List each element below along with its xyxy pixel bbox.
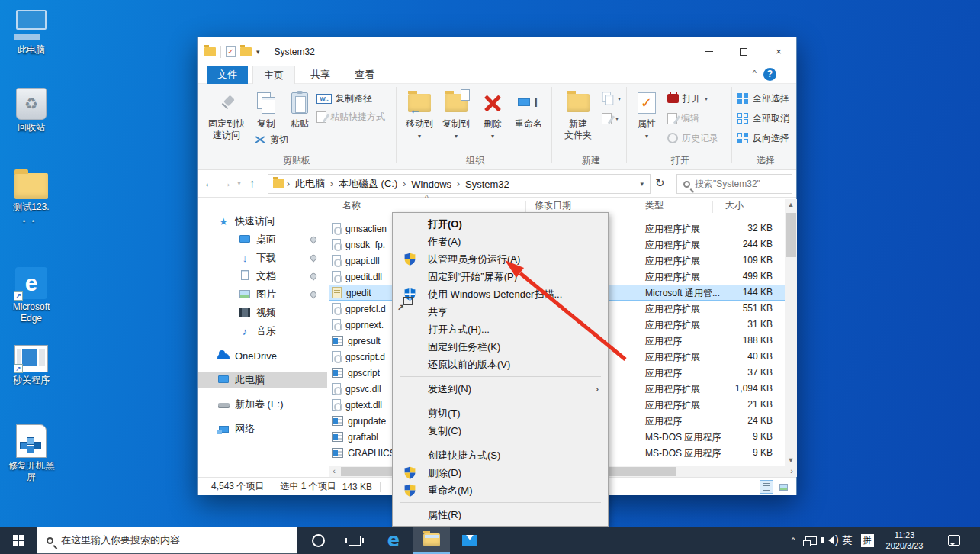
tray-network-button[interactable] [801,527,821,554]
rename-button[interactable]: I 重命名 [509,86,548,152]
taskbar-explorer-button[interactable] [413,527,450,554]
taskbar-edge-button[interactable]: e [375,527,412,554]
menu-item-properties[interactable]: 属性(R) [393,506,608,523]
sidebar-item-downloads[interactable]: ↓下载 [198,250,327,266]
sidebar-item-onedrive[interactable]: OneDrive [198,347,327,364]
sidebar-item-music[interactable]: ♪音乐 [198,323,327,340]
menu-item-rename[interactable]: 重命名(M) [393,482,608,499]
history-button[interactable]: 历史记录 [667,130,718,147]
desktop-icon-test-folder[interactable]: 测试123. 。。 [0,173,63,224]
menu-item-create-shortcut[interactable]: 创建快捷方式(S) [393,446,608,464]
move-to-button[interactable]: ← 移动到▾ [402,86,437,152]
menu-item-share[interactable]: 共享 [393,303,608,320]
tab-home[interactable]: 主页 [252,66,295,84]
invert-selection-button[interactable]: 反向选择 [737,130,789,147]
sidebar-item-pictures[interactable]: 图片 [198,286,327,303]
up-button[interactable]: ↑ [249,176,255,189]
tab-share[interactable]: 共享 [300,66,341,84]
tray-ime-language[interactable]: 英 [837,527,857,554]
menu-item-delete[interactable]: 删除(D) [393,464,608,482]
breadcrumb[interactable]: › 此电脑 › 本地磁盘 (C:) › Windows › System32 ▾ [268,174,651,194]
column-header-type[interactable]: 类型 [645,199,664,212]
task-view-button[interactable] [337,527,372,554]
menu-item-defender-scan[interactable]: 使用 Windows Defender扫描... [393,285,608,303]
breadcrumb-this-pc[interactable]: 此电脑 [292,177,328,191]
tray-clock[interactable]: 11:23 2020/3/23 [877,527,932,554]
breadcrumb-system32[interactable]: System32 [462,179,512,190]
sidebar-item-quick-access[interactable]: ★快速访问 [198,213,327,230]
taskbar-search-input[interactable]: 在这里输入你要搜索的内容 [37,527,297,554]
customize-qat-icon[interactable]: ▾ [256,48,260,56]
taskbar-mail-button[interactable] [451,527,488,554]
address-dropdown-icon[interactable]: ▾ [640,180,650,188]
scroll-right-icon[interactable]: › [786,466,797,477]
column-header-name[interactable]: 名称 [342,199,361,212]
sidebar-item-videos[interactable]: 视频 [198,304,327,321]
title-bar[interactable]: ✓ ▾ System32 × [198,37,796,66]
refresh-icon[interactable]: ↻ [655,176,665,190]
sidebar-item-network[interactable]: 网络 [198,420,327,437]
column-header-size[interactable]: 大小 [725,199,744,212]
maximize-button[interactable] [726,37,761,66]
sidebar-item-documents[interactable]: 文档 [198,268,327,285]
scroll-down-icon[interactable]: ▼ [785,455,797,466]
minimize-button[interactable] [691,37,726,66]
scroll-left-icon[interactable]: ‹ [329,466,339,477]
desktop-icon-app[interactable]: ↗ 秒关程序 [0,345,63,386]
column-header-date[interactable]: 修改日期 [535,199,571,212]
open-button[interactable]: 打开▾ [667,90,708,107]
help-icon[interactable]: ? [763,68,776,81]
sidebar-item-new-volume[interactable]: 新加卷 (E:) [198,396,327,413]
new-folder-quick-icon[interactable] [240,47,252,56]
tray-ime-mode[interactable]: 拼 [857,527,877,554]
start-button[interactable] [0,527,37,554]
delete-button[interactable]: 删除▾ [477,86,509,152]
large-icons-view-button[interactable] [776,480,790,494]
tray-volume-button[interactable] [819,527,839,554]
menu-item-restore-versions[interactable]: 还原以前的版本(V) [393,356,608,373]
select-none-button[interactable]: 全部取消 [737,110,789,127]
action-center-button[interactable] [941,527,967,554]
tab-file[interactable]: 文件 [207,66,248,84]
breadcrumb-local-disk[interactable]: 本地磁盘 (C:) [336,177,400,191]
new-folder-button[interactable]: 新建文件夹 [557,86,599,152]
menu-item-author[interactable]: 作者(A) [393,233,608,250]
menu-item-open-with[interactable]: 打开方式(H)... [393,320,608,338]
vertical-scrollbar[interactable]: ▲ ▼ [785,199,797,466]
tray-overflow-button[interactable]: ^ [784,527,802,554]
menu-item-run-as-admin[interactable]: 以管理员身份运行(A) [393,250,608,268]
pin-to-quick-access-button[interactable]: 固定到快速访问 [204,86,249,152]
desktop-icon-this-pc[interactable]: 此电脑 [0,10,63,56]
sidebar-item-this-pc[interactable]: 此电脑 [198,372,327,388]
copy-to-button[interactable]: 复制到▾ [439,86,474,152]
details-view-button[interactable] [760,480,773,494]
tab-view[interactable]: 查看 [344,66,385,84]
menu-item-cut[interactable]: 剪切(T) [393,404,608,422]
menu-item-copy[interactable]: 复制(C) [393,422,608,440]
properties-quick-icon[interactable]: ✓ [226,46,236,57]
paste-shortcut-button[interactable]: 粘贴快捷方式 [316,108,385,125]
sidebar-item-desktop[interactable]: 桌面 [198,231,327,248]
cortana-button[interactable] [300,527,336,554]
collapse-ribbon-icon[interactable]: ^ [753,69,757,78]
cut-button[interactable]: 剪切 [254,131,288,148]
desktop-icon-recycle-bin[interactable]: 回收站 [0,88,63,134]
forward-button[interactable]: → [220,176,232,189]
edit-button[interactable]: 编辑 [667,110,699,127]
close-button[interactable]: × [761,37,796,66]
new-item-button[interactable]: ▾ [602,90,621,107]
menu-item-pin-to-taskbar[interactable]: 固定到任务栏(K) [393,338,608,356]
copy-path-button[interactable]: W..复制路径 [316,90,372,107]
recent-locations-icon[interactable]: ▾ [237,179,241,187]
desktop-icon-edge[interactable]: e↗ Microsoft Edge [0,267,63,324]
properties-button[interactable]: 属性▾ [631,86,663,152]
menu-item-open[interactable]: 打开(O) [393,215,608,233]
breadcrumb-windows[interactable]: Windows [408,179,455,190]
scroll-up-icon[interactable]: ▲ [785,199,797,211]
back-button[interactable]: ← [204,176,215,189]
easy-access-button[interactable]: ▾ [602,110,619,127]
menu-item-send-to[interactable]: 发送到(N)› [393,380,608,398]
select-all-button[interactable]: 全部选择 [737,90,789,107]
menu-item-pin-to-start[interactable]: 固定到“开始”屏幕(P) [393,268,608,285]
desktop-icon-registry-fix[interactable]: 修复开机黑 屏 [0,424,63,483]
